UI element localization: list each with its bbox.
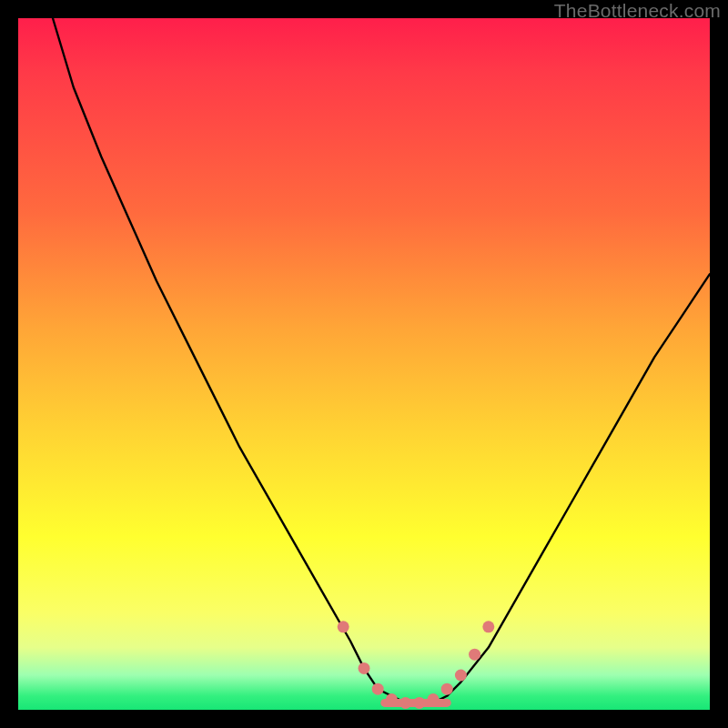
curve-marker: [469, 649, 480, 661]
curve-marker: [359, 662, 370, 674]
gradient-plot-area: [18, 18, 710, 710]
chart-frame: TheBottleneck.com: [0, 0, 728, 728]
curve-marker: [338, 621, 349, 632]
curve-marker: [441, 683, 453, 695]
curve-marker: [372, 683, 384, 695]
curve-marker: [455, 670, 467, 682]
bottleneck-curve-path: [53, 18, 710, 703]
curve-marker: [482, 621, 494, 632]
bottleneck-curve-svg: [18, 18, 710, 710]
curve-markers: [338, 621, 495, 709]
